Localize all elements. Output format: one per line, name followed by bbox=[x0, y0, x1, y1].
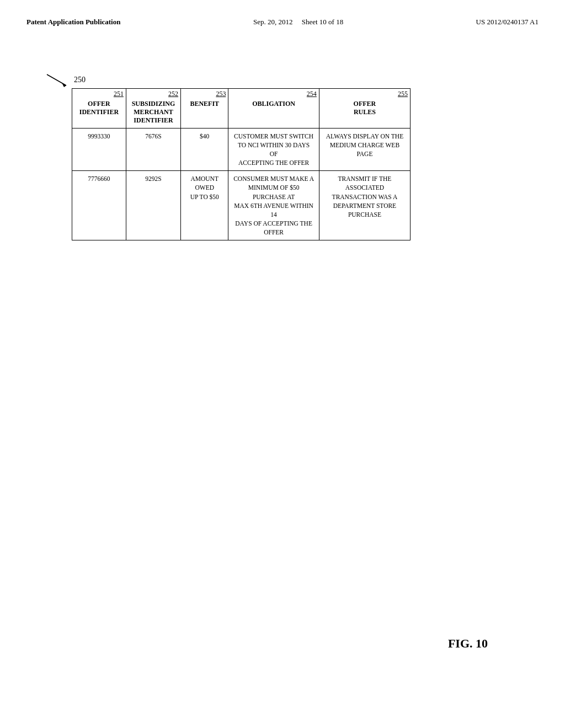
header-right: US 2012/0240137 A1 bbox=[476, 18, 539, 26]
cell-benefit-1: $40 bbox=[181, 129, 228, 171]
col-header-obligation: 254 OBLIGATION bbox=[228, 89, 319, 129]
cell-merchant-id-2: 9292S bbox=[126, 171, 180, 240]
col-num-255: 255 bbox=[398, 90, 408, 98]
arrow-label: 250 bbox=[44, 72, 86, 88]
page-header: Patent Application Publication Sep. 20, … bbox=[0, 0, 565, 26]
col-num-251: 251 bbox=[114, 90, 124, 98]
fig-label: FIG. 10 bbox=[448, 636, 488, 651]
data-table: 251 OFFERIDENTIFIER 252 SUBSIDIZINGMERCH… bbox=[72, 88, 411, 240]
cell-rules-2: TRANSMIT IF THE ASSOCIATEDTRANSACTION WA… bbox=[319, 171, 410, 240]
cell-merchant-id-1: 7676S bbox=[126, 129, 180, 171]
cell-obligation-2: CONSUMER MUST MAKE AMINIMUM OF $50 PURCH… bbox=[228, 171, 319, 240]
cell-obligation-1: CUSTOMER MUST SWITCHTO NCI WITHIN 30 DAY… bbox=[228, 129, 319, 171]
reference-number-250: 250 bbox=[74, 76, 86, 84]
cell-offer-id-1: 9993330 bbox=[72, 129, 126, 171]
table-row: 9993330 7676S $40 CUSTOMER MUST SWITCHTO… bbox=[72, 129, 411, 171]
col-num-253: 253 bbox=[216, 90, 226, 98]
main-content: 250 251 OFFERIDENTIFIER 252 SUBSIDIZINGM… bbox=[33, 72, 532, 684]
cell-benefit-2: AMOUNT OWEDUP TO $50 bbox=[181, 171, 228, 240]
col-header-obligation-text: OBLIGATION bbox=[233, 92, 314, 108]
cell-offer-id-2: 7776660 bbox=[72, 171, 126, 240]
col-header-benefit: 253 BENEFIT bbox=[181, 89, 228, 129]
header-sheet: Sheet 10 of 18 bbox=[302, 18, 343, 26]
col-header-merchant-id: 252 SUBSIDIZINGMERCHANTIDENTIFIER bbox=[126, 89, 180, 129]
header-date: Sep. 20, 2012 bbox=[253, 18, 293, 26]
col-num-252: 252 bbox=[168, 90, 178, 98]
table-row: 7776660 9292S AMOUNT OWEDUP TO $50 CONSU… bbox=[72, 171, 411, 240]
header-left: Patent Application Publication bbox=[26, 18, 120, 26]
cell-rules-1: ALWAYS DISPLAY ON THEMEDIUM CHARGE WEB P… bbox=[319, 129, 410, 171]
col-header-rules: 255 OFFERRULES bbox=[319, 89, 410, 129]
col-num-254: 254 bbox=[307, 90, 317, 98]
header-center: Sep. 20, 2012 Sheet 10 of 18 bbox=[253, 18, 343, 26]
col-header-offer-id: 251 OFFERIDENTIFIER bbox=[72, 89, 126, 129]
col-header-rules-text: OFFERRULES bbox=[324, 92, 406, 116]
